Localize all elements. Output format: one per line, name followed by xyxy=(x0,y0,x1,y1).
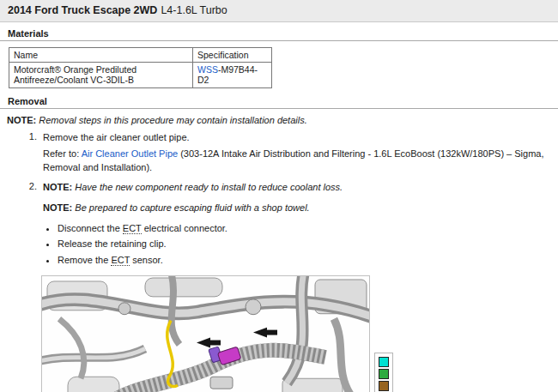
refer-line: Refer to: Air Cleaner Outlet Pipe (303-1… xyxy=(43,148,558,175)
step-number: 2. xyxy=(24,181,37,267)
step-number: 1. xyxy=(24,131,37,175)
materials-table: Name Specification Motorcraft® Orange Pr… xyxy=(9,47,272,88)
step-1: 1. Remove the air cleaner outlet pipe. R… xyxy=(24,131,558,175)
bullet-text: Disconnect the xyxy=(58,223,123,233)
note-text: Removal steps in this procedure may cont… xyxy=(39,115,306,125)
step-2: 2. NOTE: Have the new component ready to… xyxy=(24,181,558,267)
table-header-row: Name Specification xyxy=(9,48,272,63)
removal-steps: 1. Remove the air cleaner outlet pipe. R… xyxy=(24,131,558,267)
removal-heading: Removal xyxy=(0,90,558,109)
engine-illustration-svg xyxy=(42,276,369,392)
figure-row: E156368 Open In New Tab Zoom/Print xyxy=(41,275,558,392)
bullet-text: Remove the xyxy=(58,255,111,265)
ect-abbr: ECT xyxy=(111,255,130,266)
list-item: Disconnect the ECT electrical connector. xyxy=(58,221,558,236)
air-cleaner-outlet-pipe-link[interactable]: Air Cleaner Outlet Pipe xyxy=(82,148,179,159)
vehicle-title: 2014 Ford Truck Escape 2WD xyxy=(8,4,157,16)
note-label: NOTE: xyxy=(7,115,36,125)
legend-swatch-green xyxy=(379,369,389,379)
refer-prefix: Refer to: xyxy=(43,148,82,159)
column-header-specification: Specification xyxy=(193,48,272,63)
removal-note: NOTE: Removal steps in this procedure ma… xyxy=(7,115,558,125)
step-2-note-1: NOTE: Have the new component ready to in… xyxy=(43,181,558,195)
bullet-text: electrical connector. xyxy=(142,223,227,233)
figure-box: E156368 Open In New Tab Zoom/Print xyxy=(41,275,370,392)
color-legend xyxy=(374,353,393,392)
material-name-cell: Motorcraft® Orange Prediluted Antifreeze… xyxy=(9,63,193,88)
legend-swatch-cyan xyxy=(379,357,389,367)
legend-swatch-brown xyxy=(379,381,389,391)
step-1-text: Remove the air cleaner outlet pipe. xyxy=(43,131,558,145)
list-item: Release the retaining clip. xyxy=(58,237,558,251)
bullet-text: Release the retaining clip. xyxy=(58,238,167,249)
materials-heading: Materials xyxy=(0,22,558,41)
column-header-name: Name xyxy=(9,48,193,63)
note-text: Be prepared to capture escaping fluid wi… xyxy=(75,202,309,213)
page-header: 2014 Ford Truck Escape 2WDL4-1.6L Turbo xyxy=(0,0,558,22)
engine-subtitle: L4-1.6L Turbo xyxy=(161,4,227,16)
page: 2014 Ford Truck Escape 2WDL4-1.6L Turbo … xyxy=(0,0,558,392)
step-2-bullets: Disconnect the ECT electrical connector.… xyxy=(58,221,558,268)
note-label: NOTE: xyxy=(43,202,72,213)
material-spec-cell: WSS-M97B44-D2 xyxy=(193,63,272,88)
step-2-note-2: NOTE: Be prepared to capture escaping fl… xyxy=(43,202,558,215)
list-item: Remove the ECT sensor. xyxy=(58,253,558,268)
table-row: Motorcraft® Orange Prediluted Antifreeze… xyxy=(9,63,272,88)
bullet-text: sensor. xyxy=(130,255,163,265)
note-label: NOTE: xyxy=(43,182,72,192)
engine-illustration[interactable]: E156368 xyxy=(42,276,369,392)
note-text: Have the new component ready to install … xyxy=(75,182,343,192)
ect-abbr: ECT xyxy=(123,223,142,234)
spec-link[interactable]: WSS xyxy=(197,64,218,75)
